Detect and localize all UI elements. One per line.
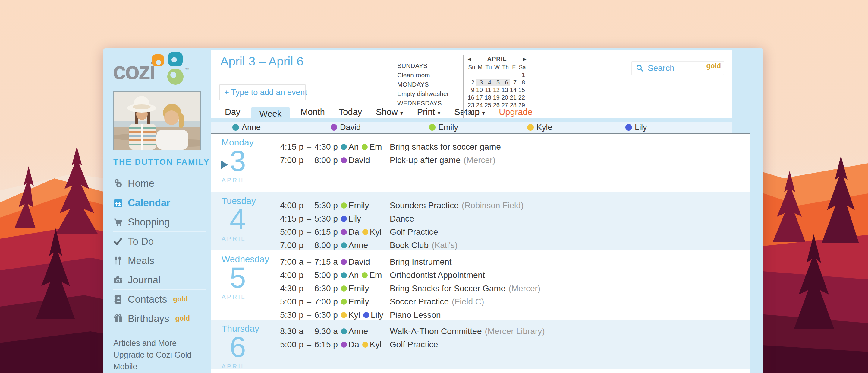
search-placeholder: Search	[648, 62, 675, 75]
link-articles[interactable]: Articles and More	[113, 337, 211, 349]
member-name: Kyle	[536, 123, 553, 132]
event-row[interactable]: 4:30 p – 6:30 p Emily Bring Snacks for S…	[277, 282, 750, 295]
event-row[interactable]: 7:00 a – 7:15 a David Bring Instrument	[277, 255, 750, 268]
sidebar-item-contacts[interactable]: Contacts gold	[113, 289, 206, 309]
sidebar-item-birthdays[interactable]: Birthdays gold	[113, 309, 206, 328]
sidebar-item-journal[interactable]: Journal	[113, 270, 206, 289]
prev-month-icon[interactable]: ◀	[467, 56, 471, 62]
mc-date-highlighted[interactable]: 5	[493, 79, 501, 86]
sidebar-item-calendar[interactable]: Calendar	[113, 193, 206, 212]
event-row[interactable]: 4:15 p – 5:30 p Lily Dance	[277, 212, 750, 225]
mc-date[interactable]: 1	[518, 71, 527, 79]
mc-date[interactable]: 2	[467, 79, 476, 86]
mc-date	[476, 109, 484, 116]
mc-date[interactable]: 8	[518, 79, 527, 86]
mc-date[interactable]: 21	[510, 94, 518, 102]
mc-date[interactable]: 15	[518, 86, 527, 94]
legend-david[interactable]: David	[331, 123, 429, 132]
mc-date-highlighted[interactable]: 3	[476, 79, 484, 86]
day-cell[interactable]: Monday 3 APRIL	[211, 134, 265, 192]
legend-kyle[interactable]: Kyle	[527, 123, 625, 132]
sidebar-item-label: Calendar	[128, 197, 170, 208]
event-row[interactable]: 4:15 p – 4:30 p An Em Bring snacks for s…	[277, 140, 750, 153]
mc-date[interactable]: 13	[501, 86, 510, 94]
sidebar-item-todo[interactable]: To Do	[113, 231, 206, 251]
event-attendees: Lily	[341, 214, 390, 224]
member-dot	[341, 299, 347, 305]
mc-date[interactable]: 11	[484, 86, 493, 94]
mc-date[interactable]: 24	[476, 102, 484, 109]
event-row[interactable]: 4:00 p – 5:00 p An Em Orthodontist Appoi…	[277, 268, 750, 282]
event-row[interactable]: 8:30 a – 9:30 a Anne Walk-A-Thon Committ…	[277, 325, 750, 338]
mc-date[interactable]: 27	[501, 102, 510, 109]
attendee-chip: Anne	[341, 240, 368, 250]
mc-date[interactable]: 26	[493, 102, 501, 109]
event-title: Golf Practice	[390, 340, 438, 349]
add-event-input[interactable]: + Type to add an event	[219, 85, 306, 100]
event-title: Soccer Practice	[390, 297, 449, 307]
event-attendees: An Em	[341, 270, 390, 280]
tab-week[interactable]: Week	[251, 107, 290, 121]
member-dot	[362, 272, 368, 278]
mc-date[interactable]: 14	[510, 86, 518, 94]
event-row[interactable]: 5:00 p – 6:15 p Da Kyl Golf Practice	[277, 338, 750, 351]
sidebar-item-meals[interactable]: Meals	[113, 251, 206, 270]
event-start: 4:00 p	[277, 270, 304, 280]
event-time-separator: –	[304, 270, 314, 280]
event-row[interactable]: 7:00 p – 8:00 p Anne Book Club (Kati's)	[277, 239, 750, 252]
tab-today[interactable]: Today	[339, 107, 362, 117]
cozi-logo[interactable]: cozi ™	[111, 51, 204, 86]
mc-date[interactable]: 25	[484, 102, 493, 109]
event-time-separator: –	[304, 155, 314, 165]
tab-day[interactable]: Day	[225, 107, 241, 117]
event-title: Bring Snacks for Soccer Game	[390, 284, 505, 293]
event-row[interactable]: 7:00 p – 8:00 p David Pick-up after game…	[277, 153, 750, 167]
mc-day-header: Tu	[484, 63, 493, 71]
mc-date[interactable]: 16	[467, 94, 476, 102]
mc-date-highlighted[interactable]: 6	[501, 79, 510, 86]
legend-emily[interactable]: Emily	[429, 123, 527, 132]
mc-date[interactable]: 10	[476, 86, 484, 94]
calendar-header: April 3 – April 6 + Type to add an event…	[211, 50, 732, 122]
link-upgrade-gold[interactable]: Upgrade to Cozi Gold	[113, 349, 211, 361]
address-book-icon	[113, 294, 123, 304]
sidebar-item-shopping[interactable]: Shopping	[113, 212, 206, 231]
legend-anne[interactable]: Anne	[232, 123, 331, 132]
mc-date[interactable]: 23	[467, 102, 476, 109]
tab-month[interactable]: Month	[301, 107, 325, 117]
mc-date[interactable]: 30	[467, 109, 476, 116]
menu-print[interactable]: Print▾	[417, 107, 441, 117]
event-list: 7:00 a – 7:15 a David Bring Instrument 4…	[277, 251, 750, 322]
search-input[interactable]: Search gold	[631, 61, 724, 76]
sidebar-item-home[interactable]: Home	[113, 174, 206, 193]
mc-date[interactable]: 19	[493, 94, 501, 102]
page-title: April 3 – April 6	[220, 54, 304, 68]
day-cell[interactable]: Tuesday 4 APRIL	[211, 192, 265, 251]
mc-date[interactable]: 9	[467, 86, 476, 94]
event-end: 5:30 p	[314, 214, 341, 224]
menu-show[interactable]: Show▾	[376, 107, 403, 117]
event-title: Bring snacks for soccer game	[390, 142, 501, 152]
mc-date[interactable]: 12	[493, 86, 501, 94]
event-row[interactable]: 4:00 p – 5:30 p Emily Sounders Practice …	[277, 199, 750, 212]
event-start: 7:00 p	[277, 240, 304, 250]
mc-date[interactable]: 28	[510, 102, 518, 109]
event-row[interactable]: 5:00 p – 7:00 p Emily Soccer Practice (F…	[277, 295, 750, 309]
day-cell[interactable]: Thursday 6 APRIL	[211, 320, 265, 369]
attendee-chip: David	[341, 155, 370, 165]
mc-date[interactable]: 18	[484, 94, 493, 102]
next-month-icon[interactable]: ▶	[523, 56, 527, 62]
event-row[interactable]: 5:00 p – 6:15 p Da Kyl Golf Practice	[277, 225, 750, 239]
link-mobile[interactable]: Mobile	[113, 361, 211, 373]
mc-date[interactable]: 20	[501, 94, 510, 102]
mc-date[interactable]: 22	[518, 94, 527, 102]
chevron-down-icon: ▾	[437, 110, 440, 116]
event-start: 7:00 a	[277, 257, 304, 267]
mc-date-highlighted[interactable]: 4	[484, 79, 493, 86]
mc-date[interactable]: 7	[510, 79, 518, 86]
mc-date[interactable]: 29	[518, 102, 527, 109]
legend-lily[interactable]: Lily	[625, 123, 724, 132]
day-cell[interactable]: Wednesday 5 APRIL	[211, 251, 265, 320]
mc-date[interactable]: 17	[476, 94, 484, 102]
event-attendees: David	[341, 257, 390, 267]
